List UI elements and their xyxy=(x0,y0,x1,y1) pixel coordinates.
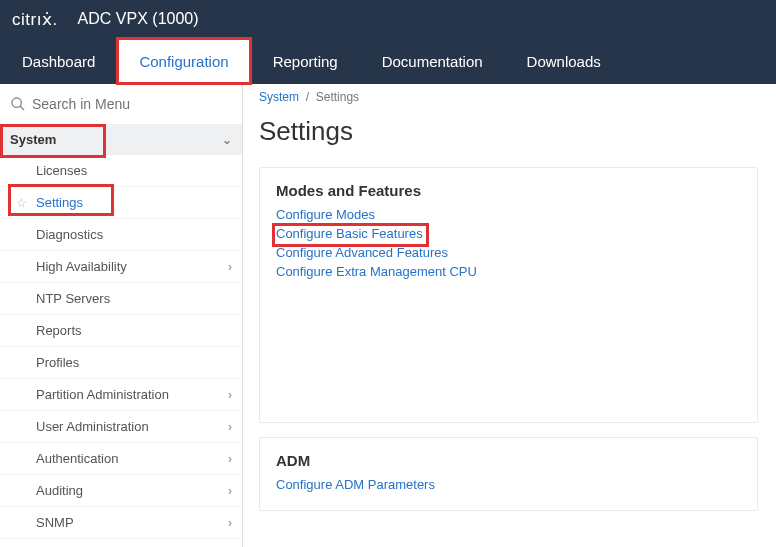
search-input[interactable] xyxy=(8,92,234,116)
sidebar-item-label: Partition Administration xyxy=(36,387,169,402)
breadcrumb-parent[interactable]: System xyxy=(259,90,299,104)
sidebar-item-reports[interactable]: Reports xyxy=(0,315,242,347)
product-name: ADC VPX (1000) xyxy=(78,10,199,28)
nav-downloads[interactable]: Downloads xyxy=(505,38,623,84)
sidebar-item-high-availability[interactable]: High Availability› xyxy=(0,251,242,283)
breadcrumb-current: Settings xyxy=(316,90,359,104)
sidebar-item-appflow[interactable]: AppFlow ! › xyxy=(0,539,242,547)
chevron-right-icon: › xyxy=(228,516,232,530)
sidebar-section-label: System xyxy=(10,132,56,147)
sidebar-item-authentication[interactable]: Authentication› xyxy=(0,443,242,475)
nav-documentation[interactable]: Documentation xyxy=(360,38,505,84)
star-icon: ☆ xyxy=(16,196,27,210)
sidebar-item-label: Authentication xyxy=(36,451,118,466)
nav-dashboard[interactable]: Dashboard xyxy=(0,38,117,84)
sidebar-item-diagnostics[interactable]: Diagnostics xyxy=(0,219,242,251)
link-configure-extra-management-cpu[interactable]: Configure Extra Management CPU xyxy=(276,264,741,279)
sidebar-item-snmp[interactable]: SNMP› xyxy=(0,507,242,539)
sidebar-item-user-administration[interactable]: User Administration› xyxy=(0,411,242,443)
link-configure-modes[interactable]: Configure Modes xyxy=(276,207,741,222)
svg-point-0 xyxy=(12,98,21,107)
sidebar-item-label: Auditing xyxy=(36,483,83,498)
sidebar-item-label: Reports xyxy=(36,323,82,338)
card-modes-and-features: Modes and Features Configure Modes Confi… xyxy=(259,167,758,423)
sidebar-item-label: Licenses xyxy=(36,163,87,178)
chevron-right-icon: › xyxy=(228,260,232,274)
chevron-right-icon: › xyxy=(228,388,232,402)
sidebar-item-profiles[interactable]: Profiles xyxy=(0,347,242,379)
sidebar-item-label: Diagnostics xyxy=(36,227,103,242)
breadcrumb: System / Settings xyxy=(259,90,758,104)
sidebar-item-label: Settings xyxy=(36,195,83,210)
sidebar-item-label: NTP Servers xyxy=(36,291,110,306)
sidebar-item-label: Profiles xyxy=(36,355,79,370)
sidebar-search[interactable] xyxy=(0,84,242,124)
chevron-down-icon: ⌄ xyxy=(222,133,232,147)
sidebar-section-system[interactable]: System ⌄ xyxy=(0,124,242,155)
sidebar-item-licenses[interactable]: Licenses xyxy=(0,155,242,187)
sidebar-item-settings[interactable]: ☆ Settings xyxy=(0,187,242,219)
chevron-right-icon: › xyxy=(228,484,232,498)
link-configure-advanced-features[interactable]: Configure Advanced Features xyxy=(276,245,741,260)
card-title: Modes and Features xyxy=(276,182,741,199)
chevron-right-icon: › xyxy=(228,452,232,466)
brand-logo: citrıẋ. xyxy=(12,9,58,30)
top-bar: citrıẋ. ADC VPX (1000) xyxy=(0,0,776,38)
main-nav: Dashboard Configuration Reporting Docume… xyxy=(0,38,776,84)
nav-configuration[interactable]: Configuration xyxy=(117,38,250,84)
main-content: System / Settings Settings Modes and Fea… xyxy=(243,84,776,547)
card-adm: ADM Configure ADM Parameters xyxy=(259,437,758,511)
breadcrumb-separator: / xyxy=(306,90,309,104)
card-title: ADM xyxy=(276,452,741,469)
sidebar-item-label: User Administration xyxy=(36,419,149,434)
sidebar-item-ntp-servers[interactable]: NTP Servers xyxy=(0,283,242,315)
sidebar-item-auditing[interactable]: Auditing› xyxy=(0,475,242,507)
page-title: Settings xyxy=(259,116,758,147)
link-configure-adm-parameters[interactable]: Configure ADM Parameters xyxy=(276,477,741,492)
sidebar: System ⌄ Licenses ☆ Settings Diagnostics… xyxy=(0,84,243,547)
sidebar-item-label: SNMP xyxy=(36,515,74,530)
nav-reporting[interactable]: Reporting xyxy=(251,38,360,84)
sidebar-item-label: High Availability xyxy=(36,259,127,274)
sidebar-list: Licenses ☆ Settings Diagnostics High Ava… xyxy=(0,155,242,547)
svg-line-1 xyxy=(20,106,24,110)
search-icon xyxy=(10,96,26,112)
sidebar-item-partition-administration[interactable]: Partition Administration› xyxy=(0,379,242,411)
chevron-right-icon: › xyxy=(228,420,232,434)
link-configure-basic-features[interactable]: Configure Basic Features xyxy=(276,226,423,241)
